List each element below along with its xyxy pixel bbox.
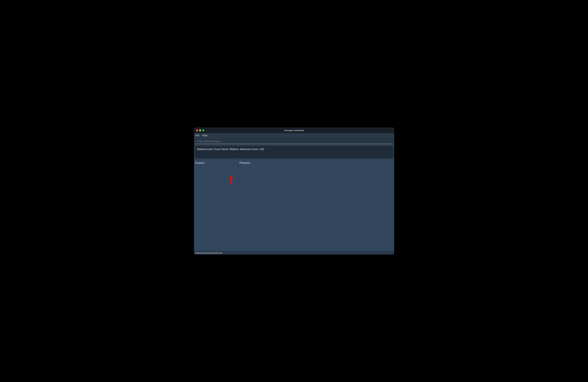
window-title: Avengers Assemble — [194, 129, 394, 132]
menu-help[interactable]: Help — [202, 134, 208, 137]
minimize-window-button[interactable] — [199, 129, 201, 131]
status-message-text: Deleted exam: Exam Name: Midterm; Maximu… — [197, 148, 264, 151]
menu-file[interactable]: File — [195, 134, 199, 137]
menubar: File Help — [194, 133, 394, 138]
titlebar: Avengers Assemble — [194, 127, 394, 133]
content-row: Exams: Persons: — [194, 159, 394, 251]
svg-marker-0 — [229, 176, 233, 184]
command-input[interactable] — [195, 139, 393, 144]
status-message-box: Deleted exam: Exam Name: Midterm; Maximu… — [195, 146, 393, 158]
exams-panel-title: Exams: — [195, 161, 236, 164]
persons-panel-title: Persons: — [240, 161, 393, 164]
command-row — [194, 138, 394, 144]
footer-path: ./data\avengersassemble.json — [195, 252, 223, 254]
maximize-window-button[interactable] — [202, 129, 204, 131]
persons-panel: Persons: — [238, 159, 394, 251]
exams-panel: Exams: — [194, 159, 238, 251]
footer: ./data\avengersassemble.json — [194, 251, 394, 255]
arrow-up-icon — [229, 176, 233, 184]
status-row: Deleted exam: Exam Name: Midterm; Maximu… — [194, 144, 394, 159]
app-window: Avengers Assemble File Help Deleted exam… — [194, 127, 394, 255]
close-window-button[interactable] — [196, 129, 198, 131]
traffic-lights — [196, 129, 204, 131]
